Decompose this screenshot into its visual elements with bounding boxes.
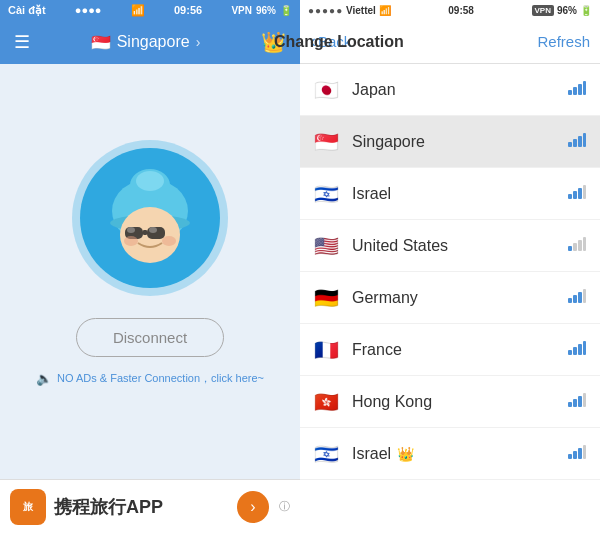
signal-strength-icon xyxy=(568,133,586,151)
svg-rect-15 xyxy=(583,81,586,95)
left-vpn-label: VPN xyxy=(231,5,252,16)
svg-rect-16 xyxy=(568,142,572,147)
left-status-right: VPN 96% 🔋 xyxy=(231,5,292,16)
svg-rect-24 xyxy=(568,246,572,251)
location-list: 🇯🇵Japan🇸🇬Singapore🇮🇱Israel🇺🇸United State… xyxy=(300,64,600,533)
left-battery: 96% xyxy=(256,5,276,16)
flag-icon: 🇮🇱 xyxy=(314,184,342,204)
right-status-left: ●●●●● Viettel 📶 xyxy=(308,5,391,16)
svg-rect-23 xyxy=(583,185,586,199)
signal-strength-icon xyxy=(568,237,586,255)
svg-rect-22 xyxy=(578,188,582,199)
flag-icon: 🇺🇸 xyxy=(314,236,342,256)
svg-rect-26 xyxy=(578,240,582,251)
svg-rect-30 xyxy=(578,292,582,303)
svg-rect-40 xyxy=(568,454,572,459)
ads-bar[interactable]: 🔈 NO ADs & Faster Connection，click here~ xyxy=(36,371,264,386)
avatar xyxy=(80,148,220,288)
right-carrier: Viettel xyxy=(346,5,376,16)
flag-icon: 🇫🇷 xyxy=(314,340,342,360)
location-name: Japan xyxy=(352,81,568,99)
location-item[interactable]: 🇩🇪Germany xyxy=(300,272,600,324)
svg-point-7 xyxy=(149,227,157,233)
svg-rect-20 xyxy=(568,194,572,199)
svg-point-8 xyxy=(124,236,138,246)
left-time: 09:56 xyxy=(174,4,202,16)
svg-rect-35 xyxy=(583,341,586,355)
svg-rect-37 xyxy=(573,399,577,407)
flag-icon: 🇸🇬 xyxy=(314,132,342,152)
refresh-button[interactable]: Refresh xyxy=(537,33,590,50)
left-main: Disconnect 🔈 NO ADs & Faster Connection，… xyxy=(0,64,300,479)
location-name: United States xyxy=(352,237,568,255)
ad-info-icon: ⓘ xyxy=(279,499,290,514)
svg-rect-36 xyxy=(568,402,572,407)
svg-point-9 xyxy=(162,236,176,246)
svg-rect-27 xyxy=(583,237,586,251)
svg-rect-39 xyxy=(583,393,586,407)
svg-rect-25 xyxy=(573,243,577,251)
svg-rect-31 xyxy=(583,289,586,303)
flag-icon: 🇩🇪 xyxy=(314,288,342,308)
signal-strength-icon xyxy=(568,341,586,359)
ad-banner-text: 携程旅行APP xyxy=(54,495,229,519)
location-name: Hong Kong xyxy=(352,393,568,411)
svg-rect-28 xyxy=(568,298,572,303)
right-status-bar: ●●●●● Viettel 📶 09:58 VPN 96% 🔋 xyxy=(300,0,600,20)
location-item[interactable]: 🇸🇬Singapore xyxy=(300,116,600,168)
svg-rect-38 xyxy=(578,396,582,407)
location-item[interactable]: 🇭🇰Hong Kong xyxy=(300,376,600,428)
ad-banner[interactable]: 旅 携程旅行APP › ⓘ xyxy=(0,479,300,533)
selected-location-label: Singapore xyxy=(117,33,190,51)
ad-logo: 旅 xyxy=(10,489,46,525)
right-signal-dots: ●●●●● xyxy=(308,5,343,16)
signal-strength-icon xyxy=(568,289,586,307)
signal-strength-icon xyxy=(568,445,586,463)
right-battery-pct: 96% xyxy=(557,5,577,16)
svg-rect-13 xyxy=(573,87,577,95)
svg-rect-33 xyxy=(573,347,577,355)
svg-rect-21 xyxy=(573,191,577,199)
flag-icon: 🇮🇱 xyxy=(314,444,342,464)
svg-rect-17 xyxy=(573,139,577,147)
svg-rect-41 xyxy=(573,451,577,459)
location-selector[interactable]: 🇸🇬 Singapore › xyxy=(91,33,201,52)
location-item[interactable]: 🇮🇱Israel xyxy=(300,168,600,220)
svg-rect-19 xyxy=(583,133,586,147)
location-item[interactable]: 🇫🇷France xyxy=(300,324,600,376)
hamburger-icon[interactable]: ☰ xyxy=(14,33,30,51)
right-time: 09:58 xyxy=(448,5,474,16)
signal-strength-icon xyxy=(568,393,586,411)
crown-badge-icon: 👑 xyxy=(397,446,414,462)
speaker-icon: 🔈 xyxy=(36,371,52,386)
location-item[interactable]: 🇯🇵Japan xyxy=(300,64,600,116)
location-name: Israel xyxy=(352,185,568,203)
svg-rect-43 xyxy=(583,445,586,459)
right-panel: ●●●●● Viettel 📶 09:58 VPN 96% 🔋 ‹ Back C… xyxy=(300,0,600,533)
ad-logo-text: 旅 xyxy=(23,500,33,514)
location-item[interactable]: 🇺🇸United States xyxy=(300,220,600,272)
svg-point-11 xyxy=(136,171,164,191)
left-app-name: Cài đặt xyxy=(8,4,46,17)
location-name: Germany xyxy=(352,289,568,307)
character-illustration xyxy=(95,163,205,273)
location-chevron-icon: › xyxy=(196,34,201,50)
svg-rect-5 xyxy=(143,230,147,235)
flag-icon: 🇯🇵 xyxy=(314,80,342,100)
svg-rect-18 xyxy=(578,136,582,147)
left-header: ☰ 🇸🇬 Singapore › 👑 xyxy=(0,20,300,64)
left-status-bar: Cài đặt ●●●● 📶 09:56 VPN 96% 🔋 xyxy=(0,0,300,20)
ad-arrow-button[interactable]: › xyxy=(237,491,269,523)
signal-strength-icon xyxy=(568,185,586,203)
svg-rect-34 xyxy=(578,344,582,355)
svg-rect-12 xyxy=(568,90,572,95)
flag-icon: 🇭🇰 xyxy=(314,392,342,412)
svg-rect-32 xyxy=(568,350,572,355)
ads-text: NO ADs & Faster Connection，click here~ xyxy=(57,371,264,386)
disconnect-button[interactable]: Disconnect xyxy=(76,318,224,357)
right-vpn-badge: VPN xyxy=(532,5,554,16)
signal-strength-icon xyxy=(568,81,586,99)
location-item[interactable]: 🇮🇱Israel👑 xyxy=(300,428,600,480)
right-header: ‹ Back Change Location Refresh xyxy=(300,20,600,64)
svg-rect-14 xyxy=(578,84,582,95)
